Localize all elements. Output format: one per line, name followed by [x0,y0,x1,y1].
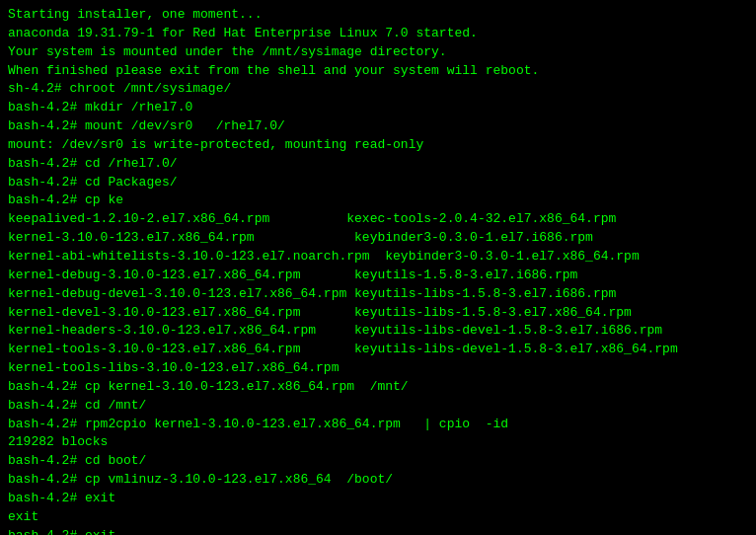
terminal-line: mount: /dev/sr0 is write-protected, moun… [8,136,748,155]
terminal-line: Starting installer, one moment... [8,6,748,25]
terminal-line: kernel-3.10.0-123.el7.x86_64.rpm keybind… [8,229,748,248]
terminal-line: bash-4.2# cp vmlinuz-3.10.0-123.el7.x86_… [8,471,748,490]
terminal-line: bash-4.2# cd Packages/ [8,174,748,192]
terminal-line: bash-4.2# cd boot/ [8,452,748,471]
terminal-line: bash-4.2# exit [8,490,748,508]
terminal-line: sh-4.2# chroot /mnt/sysimage/ [8,80,748,99]
terminal-window[interactable]: Starting installer, one moment...anacond… [0,0,756,535]
terminal-line: bash-4.2# cp ke [8,191,748,210]
terminal-line: kernel-abi-whitelists-3.10.0-123.el7.noa… [8,248,748,267]
terminal-line: kernel-debug-devel-3.10.0-123.el7.x86_64… [8,285,748,304]
terminal-line: bash-4.2# exit [8,527,748,535]
terminal-line: anaconda 19.31.79-1 for Red Hat Enterpri… [8,25,748,43]
terminal-line: exit [8,508,748,527]
terminal-line: bash-4.2# cd /rhel7.0/ [8,155,748,174]
terminal-line: When finished please exit from the shell… [8,62,748,81]
terminal-line: bash-4.2# mount /dev/sr0 /rhel7.0/ [8,117,748,136]
terminal-line: kernel-debug-3.10.0-123.el7.x86_64.rpm k… [8,267,748,285]
terminal-line: bash-4.2# cd /mnt/ [8,397,748,416]
terminal-line: kernel-tools-libs-3.10.0-123.el7.x86_64.… [8,359,748,378]
terminal-line: Your system is mounted under the /mnt/sy… [8,43,748,62]
terminal-line: 219282 blocks [8,433,748,452]
terminal-line: bash-4.2# cp kernel-3.10.0-123.el7.x86_6… [8,378,748,397]
terminal-line: kernel-devel-3.10.0-123.el7.x86_64.rpm k… [8,304,748,323]
terminal-line: kernel-headers-3.10.0-123.el7.x86_64.rpm… [8,322,748,341]
terminal-line: kernel-tools-3.10.0-123.el7.x86_64.rpm k… [8,341,748,359]
terminal-line: keepalived-1.2.10-2.el7.x86_64.rpm kexec… [8,210,748,229]
terminal-line: bash-4.2# rpm2cpio kernel-3.10.0-123.el7… [8,416,748,434]
terminal-line: bash-4.2# mkdir /rhel7.0 [8,99,748,117]
